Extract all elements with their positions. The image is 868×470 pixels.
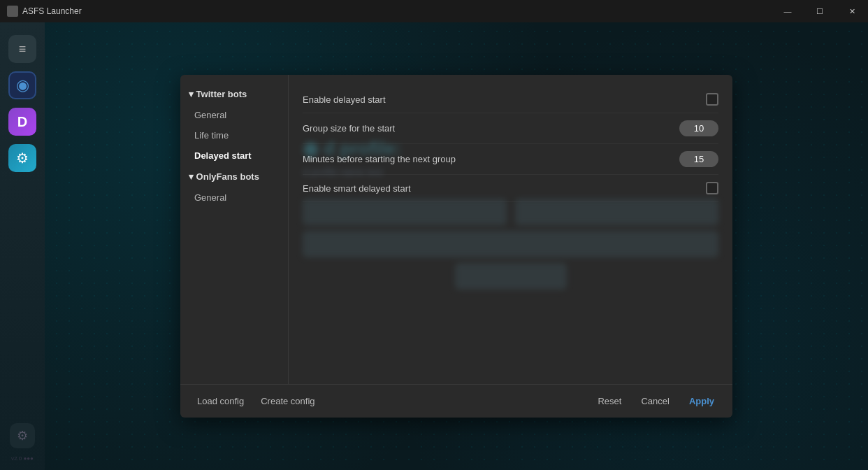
close-button[interactable]: ✕	[836, 0, 868, 22]
nav-section-twitter[interactable]: ▾ Twitter bots	[180, 83, 288, 105]
window-controls: — ☐ ✕	[772, 0, 868, 22]
minutes-before-spinbox[interactable]	[679, 151, 718, 167]
sidebar-settings-icon[interactable]: ⚙	[10, 423, 35, 448]
sidebar-item-circle[interactable]: ◉	[8, 71, 36, 99]
setting-row-minutes-before: Minutes before starting the next group	[303, 144, 718, 175]
app-icon	[7, 6, 18, 17]
main-content: ▾ Twitter bots General Life time Delayed…	[45, 22, 868, 470]
create-config-button[interactable]: Create config	[255, 392, 320, 411]
dialog-body: ▾ Twitter bots General Life time Delayed…	[180, 75, 732, 384]
enable-delayed-start-checkbox[interactable]	[706, 93, 718, 106]
setting-label-enable-smart: Enable smart delayed start	[303, 183, 411, 194]
load-config-button[interactable]: Load config	[191, 392, 249, 411]
sidebar-item-menu[interactable]: ≡	[8, 35, 36, 63]
setting-row-enable-delayed: Enable delayed start	[303, 86, 718, 113]
nav-section-onlyfans-label: ▾ OnlyFans bots	[189, 171, 259, 182]
dialog-footer: Load config Create config Reset Cancel A…	[180, 384, 732, 418]
nav-section-twitter-label: ▾ Twitter bots	[189, 89, 247, 99]
sidebar-bottom: ⚙ v2.0 ●●●	[10, 419, 35, 462]
apply-button[interactable]: Apply	[682, 392, 721, 411]
enable-smart-delayed-checkbox[interactable]	[706, 182, 718, 194]
group-size-spinbox[interactable]	[679, 120, 718, 136]
window-title: ASFS Launcher	[22, 6, 772, 16]
version-label: v2.0 ●●●	[11, 455, 34, 462]
nav-item-twitter-delayed[interactable]: Delayed start	[180, 145, 288, 166]
titlebar: ASFS Launcher — ☐ ✕	[0, 0, 868, 22]
nav-section-onlyfans[interactable]: ▾ OnlyFans bots	[180, 166, 288, 187]
setting-label-enable-delayed: Enable delayed start	[303, 94, 386, 105]
nav-item-twitter-lifetime[interactable]: Life time	[180, 125, 288, 145]
sidebar-item-gear[interactable]: ⚙	[8, 144, 36, 172]
setting-row-enable-smart: Enable smart delayed start	[303, 175, 718, 202]
sidebar: ≡ ◉ D ⚙ ⚙ v2.0 ●●●	[0, 22, 45, 470]
cancel-button[interactable]: Cancel	[634, 392, 676, 411]
reset-button[interactable]: Reset	[591, 392, 628, 411]
setting-row-group-size: Group size for the start	[303, 113, 718, 144]
maximize-button[interactable]: ☐	[804, 0, 836, 22]
nav-item-onlyfans-general[interactable]: General	[180, 187, 288, 208]
dialog-content: Enable delayed start Group size for the …	[289, 75, 732, 384]
setting-label-group-size: Group size for the start	[303, 123, 395, 134]
sidebar-item-dash[interactable]: D	[8, 108, 36, 136]
settings-dialog: ▾ Twitter bots General Life time Delayed…	[180, 75, 732, 418]
setting-label-minutes-before: Minutes before starting the next group	[303, 154, 456, 164]
minimize-button[interactable]: —	[772, 0, 804, 22]
dialog-nav: ▾ Twitter bots General Life time Delayed…	[180, 75, 289, 384]
nav-item-twitter-general[interactable]: General	[180, 105, 288, 125]
